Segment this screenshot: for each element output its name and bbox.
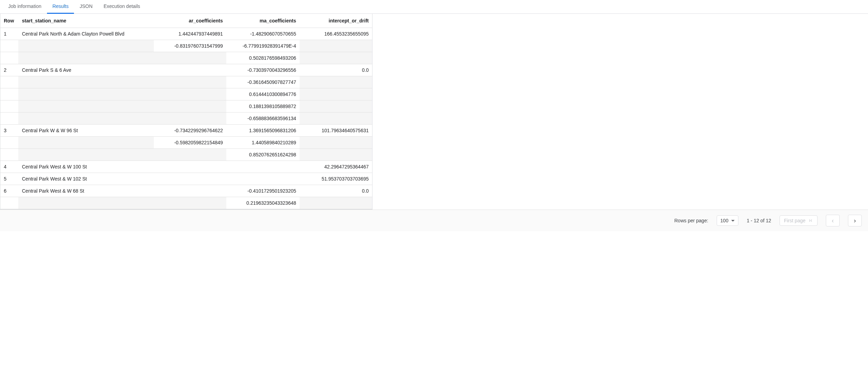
cell-start-station-name xyxy=(18,76,154,88)
cell-row xyxy=(0,88,18,100)
cell-intercept-or-drift xyxy=(300,40,372,52)
cell-ar-coefficients: -0.7342299296764622 xyxy=(154,125,226,137)
col-row[interactable]: Row xyxy=(0,14,18,28)
cell-ma-coefficients: 1.440589840210289 xyxy=(226,137,300,149)
cell-intercept-or-drift: 0.0 xyxy=(300,185,372,197)
table-row[interactable]: 5Central Park West & W 102 St51.95370370… xyxy=(0,173,372,185)
cell-ar-coefficients: -0.8319760731547999 xyxy=(154,40,226,52)
cell-row xyxy=(0,40,18,52)
tab-json[interactable]: JSON xyxy=(74,0,98,14)
cell-start-station-name: Central Park West & W 68 St xyxy=(18,185,154,197)
col-ar-coefficients[interactable]: ar_coefficients xyxy=(154,14,226,28)
cell-row xyxy=(0,76,18,88)
cell-row: 2 xyxy=(0,64,18,76)
chevron-right-icon: › xyxy=(854,217,856,224)
cell-ar-coefficients xyxy=(154,173,226,185)
cell-row xyxy=(0,137,18,149)
rows-per-page-value: 100 xyxy=(720,218,728,223)
tab-results[interactable]: Results xyxy=(47,0,74,14)
table-row[interactable]: 0.5028176598493206 xyxy=(0,52,372,64)
cell-ma-coefficients xyxy=(226,161,300,173)
table-row[interactable]: 0.6144410300894776 xyxy=(0,88,372,100)
tab-execution-details[interactable]: Execution details xyxy=(98,0,146,14)
header-row: Row start_station_name ar_coefficients m… xyxy=(0,14,372,28)
tab-job-information[interactable]: Job information xyxy=(3,0,47,14)
first-page-label: First page xyxy=(784,218,805,223)
prev-page-button[interactable]: ‹ xyxy=(826,215,840,226)
first-page-button[interactable]: First page xyxy=(780,215,818,226)
cell-intercept-or-drift xyxy=(300,149,372,161)
cell-intercept-or-drift: 51.953703703703695 xyxy=(300,173,372,185)
tabs-bar: Job informationResultsJSONExecution deta… xyxy=(0,0,868,14)
cell-ma-coefficients: 0.21963235043323648 xyxy=(226,197,300,209)
cell-row xyxy=(0,100,18,113)
cell-ar-coefficients xyxy=(154,52,226,64)
cell-start-station-name xyxy=(18,113,154,125)
cell-start-station-name xyxy=(18,88,154,100)
table-row[interactable]: 1Central Park North & Adam Clayton Powel… xyxy=(0,28,372,40)
cell-ar-coefficients xyxy=(154,100,226,113)
cell-start-station-name xyxy=(18,100,154,113)
cell-ar-coefficients xyxy=(154,64,226,76)
cell-start-station-name: Central Park W & W 96 St xyxy=(18,125,154,137)
rows-per-page-label: Rows per page: xyxy=(674,218,708,223)
cell-start-station-name: Central Park S & 6 Ave xyxy=(18,64,154,76)
cell-start-station-name: Central Park West & W 100 St xyxy=(18,161,154,173)
cell-ma-coefficients: -0.7303970043296556 xyxy=(226,64,300,76)
cell-intercept-or-drift: 0.0 xyxy=(300,64,372,76)
cell-row: 1 xyxy=(0,28,18,40)
table-row[interactable]: 2Central Park S & 6 Ave-0.73039700432965… xyxy=(0,64,372,76)
chevron-left-icon: ‹ xyxy=(832,217,834,224)
results-table: Row start_station_name ar_coefficients m… xyxy=(0,14,372,209)
cell-row xyxy=(0,197,18,209)
col-start-station-name[interactable]: start_station_name xyxy=(18,14,154,28)
table-row[interactable]: 4Central Park West & W 100 St42.29647295… xyxy=(0,161,372,173)
cell-ma-coefficients: -0.3616450907827747 xyxy=(226,76,300,88)
col-intercept-or-drift[interactable]: intercept_or_drift xyxy=(300,14,372,28)
cell-row xyxy=(0,113,18,125)
cell-ar-coefficients xyxy=(154,149,226,161)
table-row[interactable]: 0.1881398105889872 xyxy=(0,100,372,113)
cell-row: 4 xyxy=(0,161,18,173)
table-row[interactable]: -0.3616450907827747 xyxy=(0,76,372,88)
table-row[interactable]: 6Central Park West & W 68 St-0.410172950… xyxy=(0,185,372,197)
rows-per-page-select[interactable]: 100 xyxy=(717,215,738,226)
cell-ar-coefficients: 1.442447937449891 xyxy=(154,28,226,40)
first-page-icon xyxy=(808,218,813,223)
cell-intercept-or-drift: 101.79634640575631 xyxy=(300,125,372,137)
cell-ma-coefficients: -0.4101729501923205 xyxy=(226,185,300,197)
cell-ar-coefficients xyxy=(154,197,226,209)
table-row[interactable]: -0.8319760731547999-6.779919928391479E-4 xyxy=(0,40,372,52)
cell-ar-coefficients xyxy=(154,161,226,173)
cell-ar-coefficients xyxy=(154,185,226,197)
cell-row: 6 xyxy=(0,185,18,197)
cell-intercept-or-drift: 42.29647295364467 xyxy=(300,161,372,173)
table-row[interactable]: 0.8520762651624298 xyxy=(0,149,372,161)
cell-row xyxy=(0,149,18,161)
table-row[interactable]: 3Central Park W & W 96 St-0.734229929676… xyxy=(0,125,372,137)
cell-ma-coefficients: 0.5028176598493206 xyxy=(226,52,300,64)
cell-start-station-name xyxy=(18,149,154,161)
cell-intercept-or-drift xyxy=(300,113,372,125)
cell-intercept-or-drift xyxy=(300,197,372,209)
col-ma-coefficients[interactable]: ma_coefficients xyxy=(226,14,300,28)
table-row[interactable]: -0.6588836683596134 xyxy=(0,113,372,125)
cell-ma-coefficients: -0.6588836683596134 xyxy=(226,113,300,125)
table-row[interactable]: 0.21963235043323648 xyxy=(0,197,372,209)
cell-ma-coefficients: 0.1881398105889872 xyxy=(226,100,300,113)
cell-ar-coefficients: -0.5982059822154849 xyxy=(154,137,226,149)
cell-row: 3 xyxy=(0,125,18,137)
cell-ar-coefficients xyxy=(154,113,226,125)
cell-start-station-name xyxy=(18,40,154,52)
cell-start-station-name xyxy=(18,137,154,149)
table-footer: Rows per page: 100 1 - 12 of 12 First pa… xyxy=(0,210,868,231)
caret-down-icon xyxy=(731,220,735,222)
cell-intercept-or-drift: 166.4553235655095 xyxy=(300,28,372,40)
cell-ma-coefficients: 0.6144410300894776 xyxy=(226,88,300,100)
next-page-button[interactable]: › xyxy=(848,215,862,226)
cell-ma-coefficients xyxy=(226,173,300,185)
cell-intercept-or-drift xyxy=(300,88,372,100)
cell-ma-coefficients: 1.3691565096831206 xyxy=(226,125,300,137)
cell-intercept-or-drift xyxy=(300,100,372,113)
table-row[interactable]: -0.59820598221548491.440589840210289 xyxy=(0,137,372,149)
